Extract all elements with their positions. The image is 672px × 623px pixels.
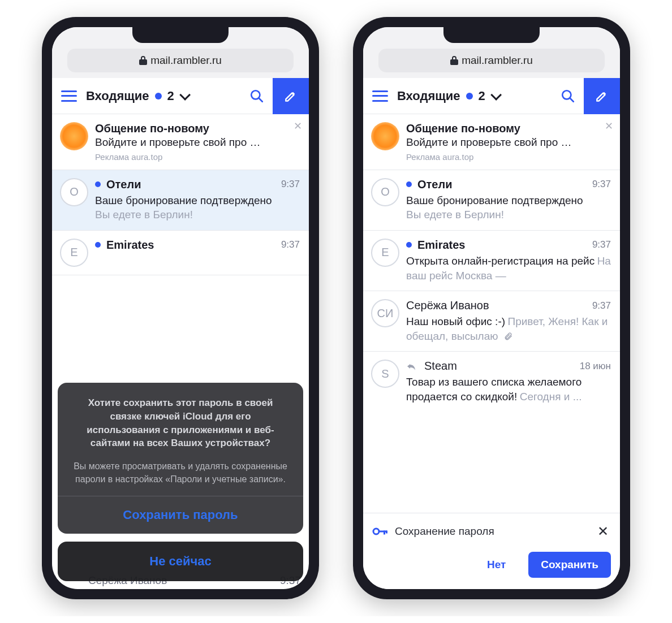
alert-body: Вы можете просматривать и удалять сохран… bbox=[72, 460, 288, 486]
chrome-save-password-bar: Сохранение пароля ✕ Нет Сохранить bbox=[363, 513, 620, 589]
no-button[interactable]: Нет bbox=[476, 553, 517, 577]
url-text: mail.rambler.ru bbox=[462, 54, 533, 67]
search-button[interactable] bbox=[552, 78, 584, 114]
compose-icon bbox=[595, 89, 609, 103]
phone-left: mail.rambler.ru Входящие 2 bbox=[42, 17, 319, 599]
folder-selector[interactable]: Входящие 2 bbox=[86, 89, 241, 103]
unread-dot-icon bbox=[95, 242, 101, 248]
close-icon[interactable]: ✕ bbox=[595, 521, 611, 542]
promo-avatar bbox=[371, 122, 399, 150]
promo-subtitle: Войдите и проверьте свой про … bbox=[406, 135, 611, 150]
promo-title: Общение по-новому bbox=[406, 122, 611, 135]
promo-title: Общение по-новому bbox=[95, 122, 300, 135]
alert-title: Хотите сохранить этот пароль в своей свя… bbox=[72, 396, 288, 450]
folder-selector[interactable]: Входящие 2 bbox=[397, 89, 552, 103]
subject: Ваше бронирование подтверждено bbox=[406, 193, 611, 208]
email-row[interactable]: O Отели 9:37 Ваше бронирование подтвержд… bbox=[52, 170, 309, 231]
avatar: O bbox=[371, 178, 399, 206]
promo-row[interactable]: Общение по-новому Войдите и проверьте св… bbox=[363, 114, 620, 170]
unread-dot-icon bbox=[406, 181, 412, 187]
svg-rect-5 bbox=[378, 531, 387, 533]
compose-button[interactable] bbox=[273, 78, 309, 114]
unread-dot-icon bbox=[155, 93, 162, 99]
svg-rect-7 bbox=[386, 531, 387, 534]
unread-dot-icon bbox=[95, 181, 101, 187]
addressbar[interactable]: mail.rambler.ru bbox=[378, 49, 605, 72]
sender: Steam bbox=[424, 360, 457, 373]
menu-button[interactable] bbox=[52, 78, 86, 114]
notch bbox=[132, 27, 229, 43]
preview: Вы едете в Берлин! bbox=[95, 207, 300, 222]
reply-icon bbox=[406, 362, 416, 370]
email-list: Общение по-новому Войдите и проверьте св… bbox=[363, 114, 620, 513]
subject: Наш новый офис :-) bbox=[406, 315, 505, 327]
svg-point-4 bbox=[373, 529, 379, 534]
subject: Ваше бронирование подтверждено bbox=[95, 193, 300, 208]
sender: Отели bbox=[106, 178, 141, 191]
hamburger-icon bbox=[61, 90, 77, 102]
promo-avatar bbox=[60, 122, 88, 150]
notch bbox=[443, 27, 540, 43]
avatar: E bbox=[371, 239, 399, 267]
search-icon bbox=[249, 89, 264, 103]
time: 9:37 bbox=[281, 179, 300, 190]
close-icon[interactable]: ✕ bbox=[605, 120, 613, 132]
email-row[interactable]: O Отели 9:37 Ваше бронирование подтвержд… bbox=[363, 170, 620, 231]
lock-icon bbox=[450, 56, 458, 65]
email-row[interactable]: E Emirates 9:37 Открыта онлайн-регистрац… bbox=[363, 231, 620, 291]
compose-button[interactable] bbox=[584, 78, 620, 114]
phone-right: mail.rambler.ru Входящие 2 bbox=[353, 17, 630, 599]
email-row[interactable]: СИ Серёжа Иванов 9:37 Наш новый офис :-)… bbox=[363, 291, 620, 352]
svg-rect-6 bbox=[384, 531, 385, 535]
compose-icon bbox=[283, 89, 298, 103]
svg-line-1 bbox=[259, 98, 262, 102]
ios-save-password-sheet: Хотите сохранить этот пароль в своей свя… bbox=[58, 383, 303, 581]
chevron-down-icon bbox=[179, 89, 191, 100]
sender: Emirates bbox=[106, 239, 154, 252]
sender: Emirates bbox=[417, 239, 466, 252]
unread-count: 2 bbox=[167, 89, 174, 103]
url-text: mail.rambler.ru bbox=[150, 54, 222, 67]
promo-ad-label: Реклама aura.top bbox=[406, 152, 611, 162]
avatar: S bbox=[371, 360, 399, 388]
email-row[interactable]: E Emirates 9:37 bbox=[52, 231, 309, 275]
time: 18 июн bbox=[580, 361, 611, 372]
subject: Открыта онлайн-регистрация на рейс bbox=[406, 255, 595, 267]
save-password-label: Сохранение пароля bbox=[395, 525, 494, 538]
save-button[interactable]: Сохранить bbox=[528, 552, 611, 578]
sender: Серёжа Иванов bbox=[406, 299, 489, 312]
preview: Вы едете в Берлин! bbox=[406, 207, 611, 222]
email-list: Общение по-новому Войдите и проверьте св… bbox=[52, 114, 309, 589]
chevron-down-icon bbox=[490, 89, 502, 100]
time: 9:37 bbox=[592, 179, 611, 190]
save-password-button[interactable]: Сохранить пароль bbox=[58, 496, 303, 534]
toolbar: Входящие 2 bbox=[52, 78, 309, 114]
lock-icon bbox=[139, 56, 147, 65]
not-now-button[interactable]: Не сейчас bbox=[58, 542, 303, 581]
time: 9:37 bbox=[281, 239, 300, 250]
folder-name: Входящие bbox=[86, 89, 149, 103]
hamburger-icon bbox=[372, 90, 388, 102]
preview: Сегодня и ... bbox=[520, 391, 582, 403]
promo-ad-label: Реклама aura.top bbox=[95, 152, 300, 162]
svg-line-3 bbox=[570, 98, 574, 102]
avatar: СИ bbox=[371, 299, 399, 327]
search-button[interactable] bbox=[241, 78, 273, 114]
close-icon[interactable]: ✕ bbox=[294, 120, 302, 132]
avatar: O bbox=[60, 178, 88, 206]
email-row[interactable]: S Steam 18 июн Товар из вашего списка же… bbox=[363, 352, 620, 412]
key-icon bbox=[372, 526, 388, 537]
menu-button[interactable] bbox=[363, 78, 397, 114]
unread-count: 2 bbox=[479, 89, 485, 103]
unread-dot-icon bbox=[406, 242, 412, 248]
avatar: E bbox=[60, 239, 88, 267]
promo-subtitle: Войдите и проверьте свой про … bbox=[95, 135, 300, 150]
addressbar[interactable]: mail.rambler.ru bbox=[67, 49, 294, 72]
time: 9:37 bbox=[592, 300, 611, 312]
toolbar: Входящие 2 bbox=[363, 78, 620, 114]
search-icon bbox=[561, 89, 575, 103]
unread-dot-icon bbox=[466, 93, 473, 99]
promo-row[interactable]: Общение по-новому Войдите и проверьте св… bbox=[52, 114, 309, 170]
time: 9:37 bbox=[592, 239, 611, 250]
attachment-icon bbox=[504, 332, 513, 341]
